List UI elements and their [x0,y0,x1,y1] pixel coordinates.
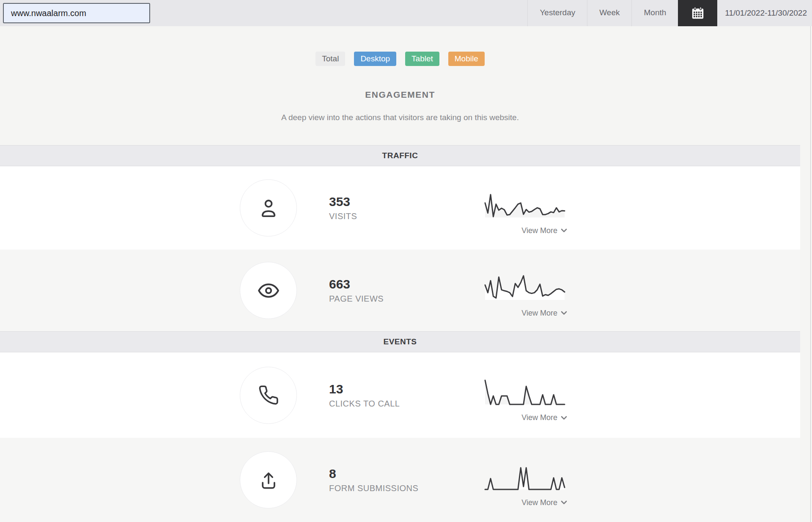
page-views-sparkline [484,275,565,301]
stat-value: 353 [329,195,452,209]
section-header-traffic: TRAFFIC [0,145,800,166]
upload-icon [258,469,280,491]
page-views-stat: 663 PAGE VIEWS [329,277,452,304]
calendar-button[interactable] [678,0,717,26]
metric-row-visits: 353 VISITS View More [0,166,800,250]
clicks-to-call-chart-block: View More [484,379,567,422]
visits-icon-circle [240,179,297,236]
clicks-to-call-stat: 13 CLICKS TO CALL [329,382,452,409]
stat-label: CLICKS TO CALL [329,399,452,409]
phone-icon [258,385,279,406]
tab-week[interactable]: Week [587,0,631,26]
form-submissions-icon-circle [240,451,297,508]
view-more-link[interactable]: View More [484,226,567,235]
view-more-label: View More [521,309,557,318]
stat-label: PAGE VIEWS [329,294,452,304]
visits-stat: 353 VISITS [329,195,452,221]
view-more-label: View More [521,226,557,235]
user-icon [257,197,280,220]
form-submissions-stat: 8 FORM SUBMISSIONS [329,467,452,493]
tab-month[interactable]: Month [631,0,678,26]
chevron-down-icon [561,228,567,233]
engagement-intro: Total Desktop Tablet Mobile ENGAGEMENT A… [0,26,800,145]
topbar: Yesterday Week Month 11/01/2022-11/30/20… [0,0,812,26]
device-filter-buttons: Total Desktop Tablet Mobile [0,26,800,66]
page-views-icon-circle [240,262,297,319]
calendar-icon [690,5,705,21]
form-submissions-chart-block: View More [484,464,567,507]
filter-total-button[interactable]: Total [315,52,345,66]
page-subtitle: A deep view into the actions that visito… [0,113,800,122]
chevron-down-icon [561,500,567,505]
view-more-link[interactable]: View More [484,413,567,422]
date-range: 11/01/2022-11/30/2022 [725,8,807,18]
tab-yesterday[interactable]: Yesterday [527,0,587,26]
metric-row-clicks-to-call: 13 CLICKS TO CALL View More [0,352,800,438]
filter-desktop-button[interactable]: Desktop [354,52,396,66]
view-more-link[interactable]: View More [484,498,567,507]
main-content: Total Desktop Tablet Mobile ENGAGEMENT A… [0,26,800,522]
view-more-link[interactable]: View More [484,309,567,318]
visits-sparkline [484,192,565,218]
visits-chart-block: View More [484,192,567,235]
stat-label: VISITS [329,212,452,221]
scrollbar[interactable] [810,26,811,522]
stat-value: 663 [329,277,452,291]
stat-value: 8 [329,467,452,481]
view-more-label: View More [521,413,557,422]
section-header-events: EVENTS [0,331,800,352]
view-more-label: View More [521,498,557,507]
eye-icon [257,279,280,302]
filter-tablet-button[interactable]: Tablet [405,52,439,66]
form-submissions-sparkline [484,464,565,490]
chevron-down-icon [561,416,567,420]
metric-row-page-views: 663 PAGE VIEWS View More [0,250,800,331]
clicks-to-call-icon-circle [240,367,297,424]
filter-mobile-button[interactable]: Mobile [448,52,485,66]
date-range-tabs: Yesterday Week Month [527,0,678,26]
page-title: ENGAGEMENT [0,90,800,100]
url-input[interactable] [3,3,150,23]
stat-label: FORM SUBMISSIONS [329,484,452,493]
metric-row-form-submissions: 8 FORM SUBMISSIONS View More [0,438,800,522]
clicks-to-call-sparkline [484,379,565,405]
page-views-chart-block: View More [484,275,567,318]
stat-value: 13 [329,382,452,396]
chevron-down-icon [561,311,567,315]
